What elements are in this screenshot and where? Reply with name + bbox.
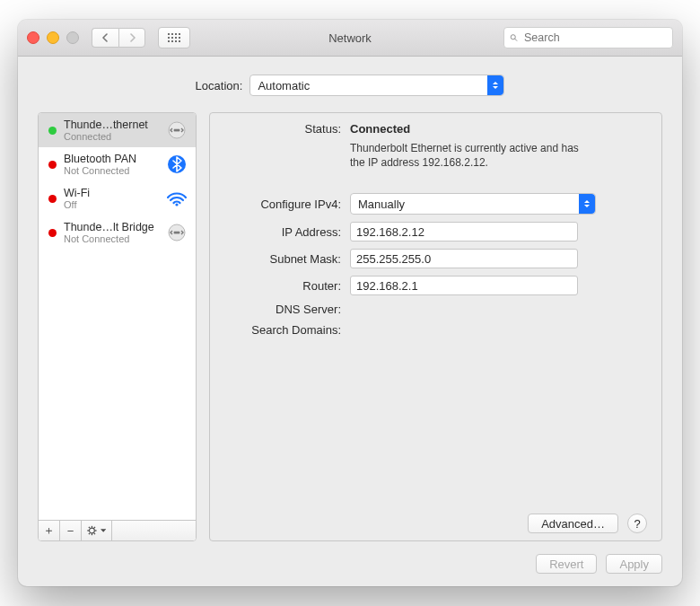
advanced-button[interactable]: Advanced… (528, 514, 618, 533)
zoom-window-button[interactable] (66, 31, 79, 44)
service-name: Bluetooth PAN (64, 153, 160, 165)
location-value: Automatic (258, 79, 310, 92)
service-status: Not Connected (64, 233, 160, 244)
window-controls (27, 31, 79, 44)
service-status: Not Connected (64, 165, 160, 176)
status-dot-icon (48, 229, 57, 237)
svg-rect-0 (168, 33, 170, 35)
revert-button[interactable]: Revert (536, 554, 597, 574)
status-dot-icon (48, 161, 57, 169)
svg-rect-25 (92, 526, 92, 528)
svg-rect-10 (175, 40, 177, 42)
add-service-button[interactable]: ＋ (39, 521, 60, 540)
subnet-mask-label: Subnet Mask: (224, 252, 341, 266)
svg-rect-30 (93, 526, 95, 528)
svg-point-19 (175, 203, 178, 206)
svg-rect-9 (171, 40, 173, 42)
configure-ipv4-label: Configure IPv4: (224, 198, 341, 211)
svg-rect-11 (179, 40, 180, 42)
remove-service-button[interactable]: − (60, 521, 82, 540)
chevron-left-icon (101, 33, 109, 42)
nav-back-forward (92, 28, 145, 48)
updown-arrows-icon (579, 194, 595, 214)
sidebar-item-wifi[interactable]: Wi-Fi Off (39, 181, 196, 215)
svg-rect-7 (179, 37, 180, 39)
close-window-button[interactable] (27, 31, 39, 44)
ethernet-icon (163, 224, 190, 242)
svg-rect-28 (95, 530, 97, 531)
service-name: Thunde…thernet (64, 119, 160, 131)
gear-icon (87, 524, 99, 537)
window-title: Network (328, 31, 372, 45)
location-label: Location: (196, 79, 243, 92)
search-icon (510, 32, 518, 43)
svg-rect-3 (179, 33, 180, 35)
network-preferences-window: Network Location: Automatic Th (18, 20, 682, 586)
search-field[interactable] (503, 27, 673, 48)
search-domains-label: Search Domains: (224, 323, 341, 337)
minimize-window-button[interactable] (47, 31, 59, 44)
status-value: Connected (350, 122, 647, 136)
service-sidebar: Thunde…thernet Connected Bluetooth PAN N… (38, 112, 197, 541)
titlebar: Network (18, 20, 682, 57)
dns-server-label: DNS Server: (224, 303, 341, 316)
location-row: Location: Automatic (38, 75, 662, 96)
ethernet-icon (163, 121, 190, 139)
svg-line-13 (515, 39, 517, 40)
svg-rect-29 (88, 526, 90, 528)
nav-forward-button[interactable] (118, 28, 145, 48)
svg-rect-4 (168, 37, 170, 39)
wifi-icon (163, 189, 190, 207)
location-select[interactable]: Automatic (249, 75, 504, 96)
sidebar-item-thunderbolt-ethernet[interactable]: Thunde…thernet Connected (39, 113, 196, 147)
configure-ipv4-select[interactable]: Manually (350, 193, 596, 215)
svg-rect-8 (168, 40, 170, 42)
svg-rect-31 (88, 533, 90, 535)
detail-pane: Status: Connected Thunderbolt Ethernet i… (209, 112, 662, 541)
service-name: Thunde…lt Bridge (64, 221, 160, 233)
nav-back-button[interactable] (92, 28, 118, 48)
svg-point-24 (90, 528, 95, 533)
sidebar-item-bluetooth-pan[interactable]: Bluetooth PAN Not Connected (39, 147, 196, 181)
status-dot-icon (48, 195, 57, 203)
svg-point-23 (178, 232, 179, 233)
configure-ipv4-value: Manually (358, 198, 405, 211)
status-label: Status: (224, 122, 341, 136)
updown-arrows-icon (487, 75, 503, 95)
service-status: Connected (64, 131, 160, 142)
svg-rect-6 (175, 37, 177, 39)
ip-address-field[interactable]: 192.168.2.12 (350, 222, 578, 242)
svg-point-17 (178, 129, 179, 131)
chevron-right-icon (128, 33, 136, 42)
ip-address-label: IP Address: (224, 225, 341, 239)
service-name: Wi-Fi (64, 187, 160, 199)
svg-rect-27 (87, 530, 89, 531)
router-field[interactable]: 192.168.2.1 (350, 276, 578, 295)
svg-rect-26 (92, 533, 92, 535)
sidebar-item-thunderbolt-bridge[interactable]: Thunde…lt Bridge Not Connected (39, 215, 196, 250)
svg-rect-5 (171, 37, 173, 39)
chevron-down-icon (101, 529, 106, 533)
show-all-prefs-button[interactable] (158, 27, 190, 48)
service-list: Thunde…thernet Connected Bluetooth PAN N… (39, 113, 196, 520)
svg-rect-1 (171, 33, 173, 35)
svg-rect-2 (175, 33, 177, 35)
bluetooth-icon (163, 154, 190, 175)
apply-button[interactable]: Apply (606, 554, 662, 574)
help-button[interactable]: ? (627, 514, 647, 533)
service-status: Off (64, 199, 160, 210)
status-dot-icon (48, 127, 57, 135)
svg-rect-32 (93, 533, 95, 535)
status-description: Thunderbolt Ethernet is currently active… (350, 141, 583, 170)
router-label: Router: (224, 279, 341, 293)
search-input[interactable] (522, 31, 667, 45)
service-actions-button[interactable] (82, 521, 112, 540)
grid-icon (167, 32, 181, 43)
subnet-mask-field[interactable]: 255.255.255.0 (350, 249, 578, 268)
